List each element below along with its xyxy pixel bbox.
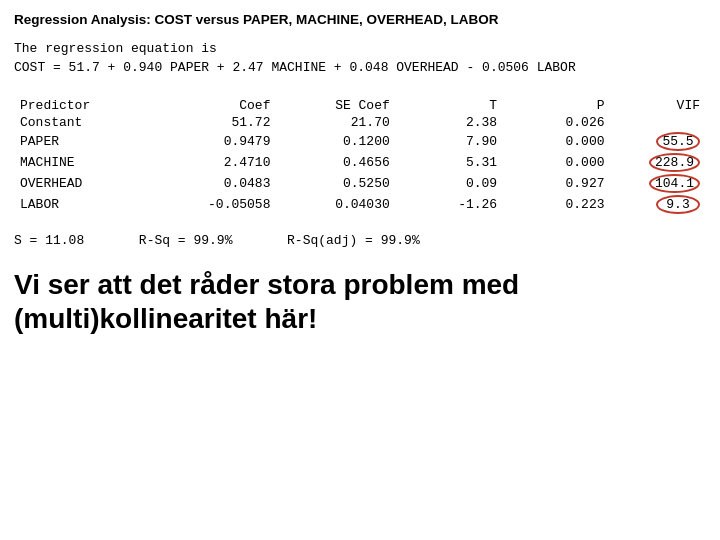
cell-vif — [611, 114, 706, 131]
page-title: Regression Analysis: COST versus PAPER, … — [14, 12, 706, 27]
regression-table: Predictor Coef SE Coef T P VIF Constant5… — [14, 97, 706, 215]
cell-t: -1.26 — [396, 194, 503, 215]
cell-se-coef: 0.4656 — [276, 152, 395, 173]
cell-t: 5.31 — [396, 152, 503, 173]
cell-se-coef: 0.04030 — [276, 194, 395, 215]
footer-stats: S = 11.08 R-Sq = 99.9% R-Sq(adj) = 99.9% — [14, 233, 706, 248]
conclusion-text: Vi ser att det råder stora problem med (… — [14, 268, 706, 335]
cell-p: 0.927 — [503, 173, 610, 194]
cell-vif: 228.9 — [611, 152, 706, 173]
regression-equation: COST = 51.7 + 0.940 PAPER + 2.47 MACHINE… — [14, 60, 706, 75]
col-header-t: T — [396, 97, 503, 114]
cell-vif: 55.5 — [611, 131, 706, 152]
cell-predictor: OVERHEAD — [14, 173, 145, 194]
cell-t: 7.90 — [396, 131, 503, 152]
table-row: MACHINE2.47100.46565.310.000228.9 — [14, 152, 706, 173]
cell-se-coef: 0.5250 — [276, 173, 395, 194]
col-header-coef: Coef — [145, 97, 276, 114]
cell-t: 0.09 — [396, 173, 503, 194]
cell-coef: 2.4710 — [145, 152, 276, 173]
cell-se-coef: 21.70 — [276, 114, 395, 131]
cell-p: 0.026 — [503, 114, 610, 131]
cell-vif: 9.3 — [611, 194, 706, 215]
col-header-se-coef: SE Coef — [276, 97, 395, 114]
cell-predictor: LABOR — [14, 194, 145, 215]
table-row: Constant51.7221.702.380.026 — [14, 114, 706, 131]
cell-predictor: PAPER — [14, 131, 145, 152]
col-header-vif: VIF — [611, 97, 706, 114]
subtitle: The regression equation is — [14, 41, 706, 56]
cell-predictor: Constant — [14, 114, 145, 131]
cell-coef: 0.0483 — [145, 173, 276, 194]
rsq-value: R-Sq = 99.9% — [139, 233, 233, 248]
col-header-p: P — [503, 97, 610, 114]
col-header-predictor: Predictor — [14, 97, 145, 114]
table-row: PAPER0.94790.12007.900.00055.5 — [14, 131, 706, 152]
cell-coef: -0.05058 — [145, 194, 276, 215]
rsq-adj-value: R-Sq(adj) = 99.9% — [287, 233, 420, 248]
s-value: S = 11.08 — [14, 233, 84, 248]
cell-p: 0.223 — [503, 194, 610, 215]
cell-coef: 51.72 — [145, 114, 276, 131]
cell-se-coef: 0.1200 — [276, 131, 395, 152]
cell-p: 0.000 — [503, 152, 610, 173]
cell-vif: 104.1 — [611, 173, 706, 194]
cell-p: 0.000 — [503, 131, 610, 152]
cell-coef: 0.9479 — [145, 131, 276, 152]
cell-predictor: MACHINE — [14, 152, 145, 173]
table-row: LABOR-0.050580.04030-1.260.2239.3 — [14, 194, 706, 215]
table-row: OVERHEAD0.04830.52500.090.927104.1 — [14, 173, 706, 194]
cell-t: 2.38 — [396, 114, 503, 131]
